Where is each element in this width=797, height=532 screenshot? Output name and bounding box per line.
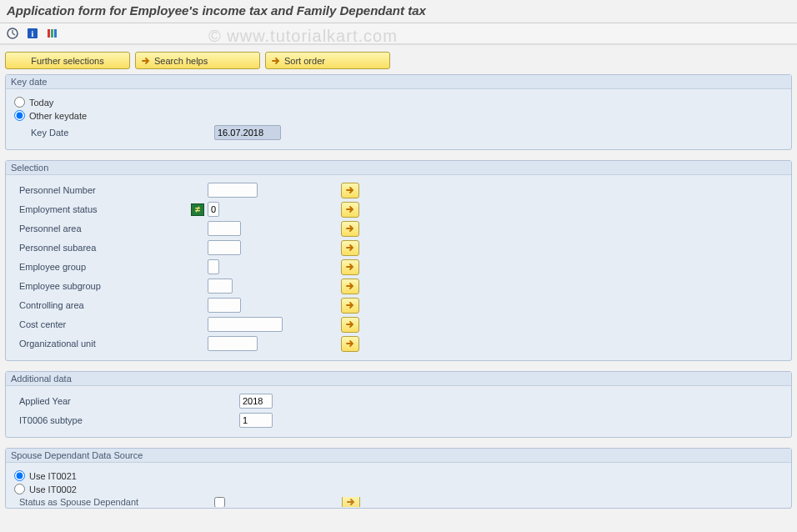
field-label: Personnel subarea xyxy=(14,243,189,253)
additional-data-group-title: Additional data xyxy=(6,372,791,386)
multiple-selection-button[interactable] xyxy=(341,240,359,256)
multiple-selection-button[interactable] xyxy=(341,259,359,275)
further-selections-label: Further selections xyxy=(31,56,103,66)
field-input[interactable] xyxy=(208,317,283,332)
field-input[interactable] xyxy=(208,240,241,255)
selection-row: Organizational unit xyxy=(14,334,783,353)
search-helps-button[interactable]: Search helps xyxy=(135,52,260,69)
multiple-selection-button[interactable] xyxy=(341,202,359,218)
selection-row: Personnel subarea xyxy=(14,238,783,257)
field-input[interactable] xyxy=(208,221,241,236)
selection-row: Employee group xyxy=(14,258,783,276)
field-input[interactable] xyxy=(208,202,219,217)
field-label: Organizational unit xyxy=(14,339,189,349)
use-it0002-label: Use IT0002 xyxy=(29,484,77,494)
not-equal-icon[interactable]: ≠ xyxy=(191,203,204,216)
applied-year-label: Applied Year xyxy=(14,396,189,406)
selection-row: Employment status≠ xyxy=(14,200,783,218)
sort-order-button[interactable]: Sort order xyxy=(265,52,390,69)
field-label: Personnel Number xyxy=(14,185,189,195)
field-label: Controlling area xyxy=(14,300,189,310)
svg-line-2 xyxy=(13,33,15,35)
use-it0021-radio[interactable] xyxy=(14,470,25,481)
svg-rect-5 xyxy=(48,29,50,38)
arrow-right-icon xyxy=(140,55,152,67)
multiple-selection-button[interactable] xyxy=(341,336,359,352)
field-input[interactable] xyxy=(208,279,233,294)
further-selections-button[interactable]: Further selections xyxy=(5,52,130,69)
svg-rect-6 xyxy=(51,29,53,38)
multiple-selection-button[interactable] xyxy=(341,298,359,314)
status-spouse-dependant-label: Status as Spouse Dependant xyxy=(14,497,189,507)
it0006-subtype-input[interactable] xyxy=(239,413,273,428)
field-input[interactable] xyxy=(208,183,258,198)
applied-year-input[interactable] xyxy=(239,394,273,409)
spouse-dependant-group: Spouse Dependant Data Source Use IT0021 … xyxy=(5,448,792,509)
selection-toolbar: Further selections Search helps Sort ord… xyxy=(5,52,792,69)
field-label: Employee group xyxy=(14,262,189,272)
svg-text:i: i xyxy=(32,29,34,38)
field-label: Employment status xyxy=(14,204,189,214)
field-label: Cost center xyxy=(14,319,189,329)
multiple-selection-button[interactable] xyxy=(341,221,359,237)
info-icon[interactable]: i xyxy=(25,26,40,41)
spouse-dependant-group-title: Spouse Dependant Data Source xyxy=(6,449,791,463)
additional-data-group: Additional data Applied Year IT0006 subt… xyxy=(5,371,792,438)
page-title: Application form for Employee's income t… xyxy=(7,3,426,18)
other-keydate-radio[interactable] xyxy=(14,110,25,121)
selection-row: Cost center xyxy=(14,315,783,334)
search-helps-label: Search helps xyxy=(154,56,208,66)
other-keydate-label: Other keydate xyxy=(29,111,87,121)
field-input[interactable] xyxy=(208,259,219,274)
status-spouse-dependant-checkbox[interactable] xyxy=(214,497,225,507)
field-label: Personnel area xyxy=(14,223,189,233)
key-date-group: Key date Today Other keydate Key Date xyxy=(5,74,792,150)
multiple-selection-button[interactable] xyxy=(342,497,360,507)
selection-group: Selection Personnel NumberEmployment sta… xyxy=(5,160,792,361)
palette-icon[interactable] xyxy=(45,26,60,41)
sort-order-label: Sort order xyxy=(284,56,325,66)
key-date-field-label: Key Date xyxy=(14,128,189,138)
selection-row: Personnel Number xyxy=(14,181,783,199)
app-toolbar: i xyxy=(0,23,797,44)
content-area: Further selections Search helps Sort ord… xyxy=(0,47,797,509)
field-input[interactable] xyxy=(208,336,258,351)
use-it0021-label: Use IT0021 xyxy=(29,471,77,481)
multiple-selection-button[interactable] xyxy=(341,183,359,198)
arrow-right-icon xyxy=(270,55,282,67)
selection-group-title: Selection xyxy=(6,161,791,175)
page-title-bar: Application form for Employee's income t… xyxy=(0,0,797,23)
key-date-group-title: Key date xyxy=(6,75,791,89)
selection-row: Personnel area xyxy=(14,219,783,238)
svg-rect-7 xyxy=(54,29,57,38)
use-it0002-radio[interactable] xyxy=(14,484,25,494)
field-input[interactable] xyxy=(208,298,241,313)
it0006-subtype-label: IT0006 subtype xyxy=(14,415,189,425)
multiple-selection-button[interactable] xyxy=(341,279,359,294)
key-date-input[interactable] xyxy=(214,125,281,140)
execute-icon[interactable] xyxy=(5,26,20,41)
selection-row: Employee subgroup xyxy=(14,277,783,295)
multiple-selection-button[interactable] xyxy=(341,317,359,333)
today-radio[interactable] xyxy=(14,97,25,108)
today-label: Today xyxy=(29,98,53,108)
field-label: Employee subgroup xyxy=(14,281,189,291)
selection-row: Controlling area xyxy=(14,296,783,314)
